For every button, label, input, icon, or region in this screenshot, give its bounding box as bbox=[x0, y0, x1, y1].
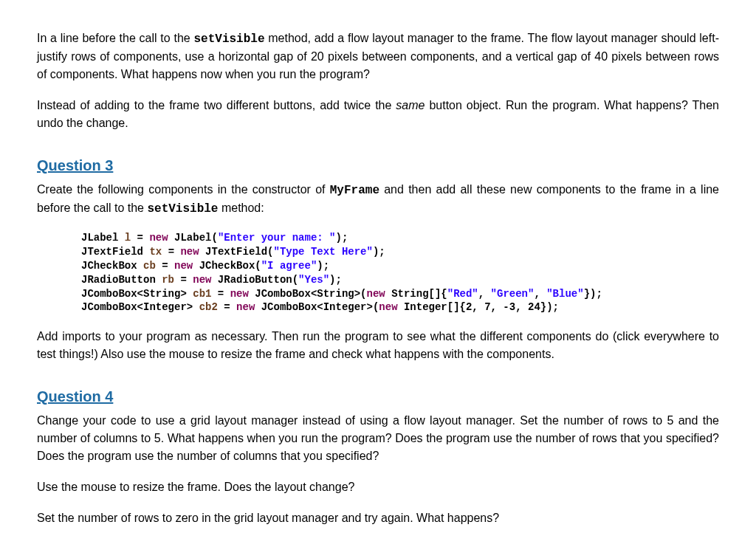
intro-paragraph-2: Instead of adding to the frame two diffe… bbox=[37, 97, 719, 132]
code-line-5: JComboBox<String> cb1 = new JComboBox<St… bbox=[81, 288, 602, 300]
code-setvisible: setVisible bbox=[147, 202, 218, 216]
text: Instead of adding to the frame two diffe… bbox=[37, 99, 396, 111]
code-line-2: JTextField tx = new JTextField("Type Tex… bbox=[81, 246, 385, 258]
text: method: bbox=[218, 202, 264, 214]
code-line-1: JLabel l = new JLabel("Enter your name: … bbox=[81, 232, 348, 244]
question-4-heading: Question 4 bbox=[37, 385, 719, 408]
code-line-6: JComboBox<Integer> cb2 = new JComboBox<I… bbox=[81, 301, 559, 313]
code-setvisible: setVisible bbox=[193, 32, 264, 46]
text: Create the following components in the c… bbox=[37, 183, 330, 196]
question-4-paragraph-3: Set the number of rows to zero in the gr… bbox=[37, 509, 719, 527]
code-myframe: MyFrame bbox=[330, 184, 379, 197]
intro-paragraph-1: In a line before the call to the setVisi… bbox=[37, 30, 719, 83]
code-block: JLabel l = new JLabel("Enter your name: … bbox=[81, 231, 719, 314]
code-line-4: JRadioButton rb = new JRadioButton("Yes"… bbox=[81, 274, 342, 286]
text: In a line before the call to the bbox=[37, 32, 193, 44]
question-4-paragraph-1: Change your code to use a grid layout ma… bbox=[37, 412, 719, 465]
emph-same: same bbox=[396, 99, 425, 111]
question-3-paragraph-2: Add imports to your program as necessary… bbox=[37, 328, 719, 363]
question-3-paragraph-1: Create the following components in the c… bbox=[37, 181, 719, 218]
question-4-paragraph-2: Use the mouse to resize the frame. Does … bbox=[37, 478, 719, 496]
code-line-3: JCheckBox cb = new JCheckBox("I agree"); bbox=[81, 260, 329, 272]
question-3-heading: Question 3 bbox=[37, 154, 719, 176]
